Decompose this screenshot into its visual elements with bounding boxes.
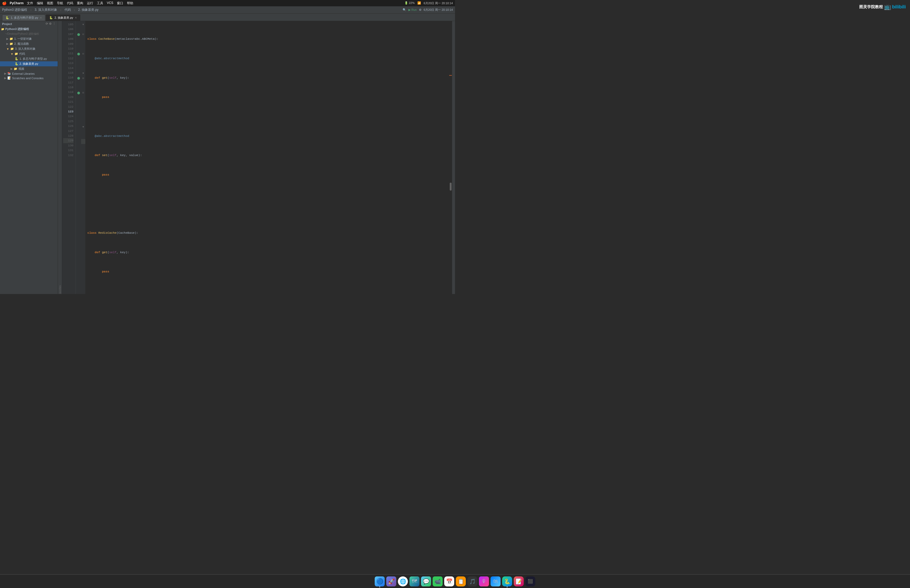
gutter-131 — [77, 149, 80, 154]
menu-view[interactable]: 视图 — [47, 1, 53, 5]
tree-py-1[interactable]: 🐍 1. 多态与鸭子类型.py — [0, 57, 58, 61]
fold-111: ⊖ — [81, 51, 85, 57]
py-2-label: 2. 抽象基类.py — [19, 62, 38, 66]
menu-edit[interactable]: 编辑 — [37, 1, 43, 5]
fold-117 — [81, 81, 85, 86]
gutter-132 — [77, 154, 80, 159]
folder-2-label: 2. 魔法函数 — [14, 42, 29, 46]
code-line-113 — [85, 192, 449, 197]
breadcrumb-section[interactable]: 3. 深入类和对象 — [34, 8, 57, 12]
tree-folder-1[interactable]: ▶ 📁 1. 一切皆对象 — [0, 36, 58, 41]
gutter-114 — [77, 66, 80, 71]
tree-py-2[interactable]: 🐍 2. 抽象基类.py — [0, 61, 58, 66]
project-label: Project — [2, 23, 12, 26]
menu-navigate[interactable]: 导航 — [57, 1, 63, 5]
editor-tabs: 🐍 1. 多态与鸭子类型.py ✕ 🐍 2. 抽象基类.py ✕ — [0, 14, 455, 21]
date-display: 6月20日 周一 20:10:14 — [423, 8, 453, 12]
tree-folder-code[interactable]: ▼ 📁 代码 — [0, 51, 58, 57]
code-area[interactable]: class CacheBase(metaclass=abc.ABCMeta): … — [85, 21, 449, 294]
tab-close-2[interactable]: ✕ — [75, 16, 77, 19]
fold-120 — [81, 95, 85, 100]
gutter-130 — [77, 144, 80, 149]
tree-folder-2[interactable]: ▶ 📁 2. 魔法函数 — [0, 41, 58, 46]
search-icon[interactable]: 🔍 — [402, 8, 406, 11]
sync-icon[interactable]: ⟳ — [45, 22, 48, 26]
gutter-120 — [77, 95, 80, 100]
line-numbers: 105 106 107 108 109 110 111 112 113 114 … — [62, 21, 76, 294]
tab-abstract-base[interactable]: 🐍 2. 抽象基类.py ✕ — [46, 15, 80, 21]
folder-icon-3: 📁 — [10, 47, 14, 50]
expand-icon-code: ▼ — [11, 52, 13, 55]
gutter-124 — [77, 115, 80, 120]
py-icon-2: 🐍 — [15, 62, 18, 66]
tab-icon-1: 🐍 — [5, 16, 9, 19]
fold-125 — [81, 120, 85, 124]
fold-114 — [81, 66, 85, 71]
tree-ext-libs[interactable]: ▶ 📚 External Libraries — [0, 71, 58, 76]
breadcrumb-file[interactable]: 2. 抽象基类.py — [78, 8, 99, 12]
sidebar-header: Project ⟳ ⚙ ⋮ — [0, 21, 58, 27]
gutter-108 — [77, 37, 80, 42]
py-1-label: 1. 多态与鸭子类型.py — [19, 57, 47, 61]
code-line-118 — [85, 289, 449, 294]
tree-project-root[interactable]: 📁 Python3 进阶编程 — [0, 27, 58, 32]
gear-icon[interactable]: ⋮ — [53, 22, 55, 26]
fold-116: ⊖ — [81, 76, 85, 81]
scrollbar-thumb[interactable] — [450, 183, 452, 191]
menu-window[interactable]: 窗口 — [117, 1, 123, 5]
scrollbar-track[interactable] — [449, 21, 452, 294]
apple-logo[interactable]: 🍎 — [2, 1, 6, 5]
tab-close-1[interactable]: ✕ — [40, 16, 42, 19]
folder-video-label: 视频 — [18, 67, 24, 71]
code-line-111: def set(self, key, value): — [85, 153, 449, 158]
settings-icon[interactable]: ⚙ — [49, 22, 52, 26]
run-button[interactable]: ▶ Run — [408, 8, 417, 11]
favorites-label: Favorites — [59, 285, 61, 294]
menu-help[interactable]: 帮助 — [127, 1, 133, 5]
tree-folder-video[interactable]: ▶ 📁 视频 — [0, 66, 58, 71]
fold-gutter: ▼ ⊖ ⊖ ▼ ⊖ ⊖ ▼ — [81, 21, 85, 294]
py-icon-1: 🐍 — [15, 57, 18, 61]
code-line-114 — [85, 211, 449, 216]
code-line-112: pass — [85, 173, 449, 178]
tree-folder-3[interactable]: ▼ 📁 3. 深入类和对象 — [0, 46, 58, 51]
fold-107: ⊖ — [81, 32, 85, 37]
gutter-106 — [77, 27, 80, 32]
fold-130 — [81, 144, 85, 149]
sidebar-icons: ⟳ ⚙ ⋮ — [45, 22, 55, 26]
fold-131 — [81, 149, 85, 154]
breadcrumb-code[interactable]: 代码 — [65, 8, 71, 12]
settings-icon[interactable]: ⚙ — [419, 8, 422, 11]
menu-tools[interactable]: 工具 — [97, 1, 103, 5]
folder-1-label: 1. 一切皆对象 — [14, 37, 32, 41]
fold-126[interactable]: ▼ — [81, 124, 85, 129]
clock: 6月20日 周一 20:10:14 — [423, 1, 453, 5]
menu-vcs[interactable]: VCS — [107, 1, 113, 5]
gutter-109 — [77, 42, 80, 47]
ext-libs-label: External Libraries — [12, 72, 35, 75]
expand-icon-scratch: ▶ — [4, 76, 6, 80]
menu-file[interactable]: 文件 — [27, 1, 33, 5]
gutter-118 — [77, 86, 80, 90]
menu-run[interactable]: 运行 — [87, 1, 93, 5]
pycharm-toolbar: Python3 进阶编程 › 3. 深入类和对象 › 代码 › 2. 抽象基类.… — [0, 6, 455, 14]
expand-icon-1: ▶ — [6, 37, 8, 40]
menubar-right: 🔋 22% 📶 6月20日 周一 20:10:14 — [404, 1, 453, 5]
tab-duck-typing[interactable]: 🐍 1. 多态与鸭子类型.py ✕ — [2, 15, 45, 21]
fold-109 — [81, 42, 85, 47]
code-line-109 — [85, 114, 449, 119]
fold-128 — [81, 134, 85, 139]
breadcrumb-project[interactable]: Python3 进阶编程 — [2, 8, 27, 12]
gutter-116: ⬤ — [77, 76, 80, 81]
fold-115[interactable]: ▼ — [81, 71, 85, 76]
tab-icon-2: 🐍 — [49, 16, 53, 19]
fold-105[interactable]: ▼ — [81, 22, 85, 27]
fold-124 — [81, 115, 85, 120]
tree-scratches[interactable]: ▶ 📝 Scratches and Consoles — [0, 76, 58, 80]
fold-127 — [81, 129, 85, 134]
menu-code[interactable]: 代码 — [67, 1, 73, 5]
scratches-label: Scratches and Consoles — [12, 77, 44, 80]
fold-110 — [81, 47, 85, 52]
menu-refactor[interactable]: 重构 — [77, 1, 83, 5]
ext-libs-icon: 📚 — [7, 72, 11, 75]
